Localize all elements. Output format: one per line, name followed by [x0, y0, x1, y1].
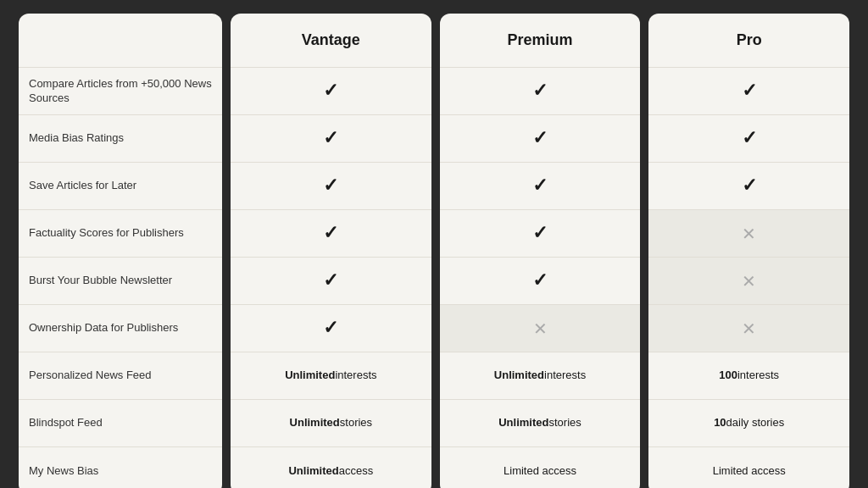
feature-row-7: Blindspot Feed: [19, 400, 222, 447]
checkmark-icon: ✓: [742, 126, 757, 151]
plan-pro-row-0: ✓: [648, 68, 849, 115]
checkmark-icon: ✓: [532, 126, 548, 151]
plan-pro-row-8: Limited access: [648, 447, 849, 488]
plan-premium-row-0: ✓: [440, 68, 641, 115]
plan-pro-row-6: 100 interests: [648, 352, 849, 400]
feature-row-1: Media Bias Ratings: [19, 115, 222, 163]
plan-column-premium: Premium✓✓✓✓✓✕Unlimited interestsUnlimite…: [440, 14, 641, 488]
plan-vantage-row-6: Unlimited interests: [231, 352, 431, 400]
plan-pro-row-1: ✓: [648, 115, 849, 163]
plan-column-vantage: Vantage✓✓✓✓✓✓Unlimited interestsUnlimite…: [231, 14, 431, 488]
cross-icon: ✕: [533, 318, 548, 340]
plan-premium-row-4: ✓: [440, 258, 641, 305]
checkmark-icon: ✓: [323, 79, 338, 103]
plan-vantage-row-0: ✓: [231, 68, 431, 115]
feature-row-2: Save Articles for Later: [19, 163, 222, 210]
plan-premium-row-6: Unlimited interests: [440, 352, 641, 400]
plan-vantage-row-7: Unlimited stories: [231, 400, 431, 447]
features-header: [19, 14, 222, 68]
checkmark-icon: ✓: [323, 126, 338, 151]
feature-row-5: Ownership Data for Publishers: [19, 305, 222, 352]
plan-vantage-row-1: ✓: [231, 115, 431, 163]
pricing-table: Compare Articles from +50,000 News Sourc…: [19, 14, 849, 488]
feature-row-4: Burst Your Bubble Newsletter: [19, 258, 222, 305]
plan-vantage-row-3: ✓: [231, 210, 431, 258]
plan-premium-row-7: Unlimited stories: [440, 400, 641, 447]
plan-pro-row-3: ✕: [648, 210, 849, 258]
plan-column-pro: Pro✓✓✓✕✕✕100 interests10 daily storiesLi…: [648, 14, 849, 488]
plan-vantage-row-5: ✓: [231, 305, 431, 352]
feature-row-3: Factuality Scores for Publishers: [19, 210, 222, 258]
checkmark-icon: ✓: [323, 221, 338, 246]
plan-premium-row-8: Limited access: [440, 447, 641, 488]
checkmark-icon: ✓: [532, 221, 548, 246]
cross-icon: ✕: [742, 318, 756, 340]
plan-premium-row-5: ✕: [440, 305, 641, 352]
plan-header-pro: Pro: [648, 14, 849, 68]
plan-vantage-row-2: ✓: [231, 163, 431, 210]
checkmark-icon: ✓: [532, 269, 548, 293]
plan-vantage-row-8: Unlimited access: [231, 447, 431, 488]
feature-row-6: Personalized News Feed: [19, 352, 222, 400]
plan-pro-row-5: ✕: [648, 305, 849, 352]
checkmark-icon: ✓: [323, 174, 338, 198]
checkmark-icon: ✓: [323, 269, 338, 293]
plan-premium-row-1: ✓: [440, 115, 641, 163]
plan-pro-row-2: ✓: [648, 163, 849, 210]
plan-premium-row-3: ✓: [440, 210, 641, 258]
features-column: Compare Articles from +50,000 News Sourc…: [19, 14, 222, 488]
plan-header-vantage: Vantage: [231, 14, 431, 68]
checkmark-icon: ✓: [532, 79, 548, 103]
checkmark-icon: ✓: [742, 174, 757, 198]
plan-premium-row-2: ✓: [440, 163, 641, 210]
checkmark-icon: ✓: [532, 174, 548, 198]
cross-icon: ✕: [742, 270, 756, 292]
plan-vantage-row-4: ✓: [231, 258, 431, 305]
feature-row-0: Compare Articles from +50,000 News Sourc…: [19, 68, 222, 115]
cross-icon: ✕: [742, 223, 756, 245]
feature-row-8: My News Bias: [19, 447, 222, 488]
plan-pro-row-7: 10 daily stories: [648, 400, 849, 447]
plan-pro-row-4: ✕: [648, 258, 849, 305]
checkmark-icon: ✓: [323, 316, 338, 341]
plan-header-premium: Premium: [440, 14, 641, 68]
checkmark-icon: ✓: [742, 79, 757, 103]
